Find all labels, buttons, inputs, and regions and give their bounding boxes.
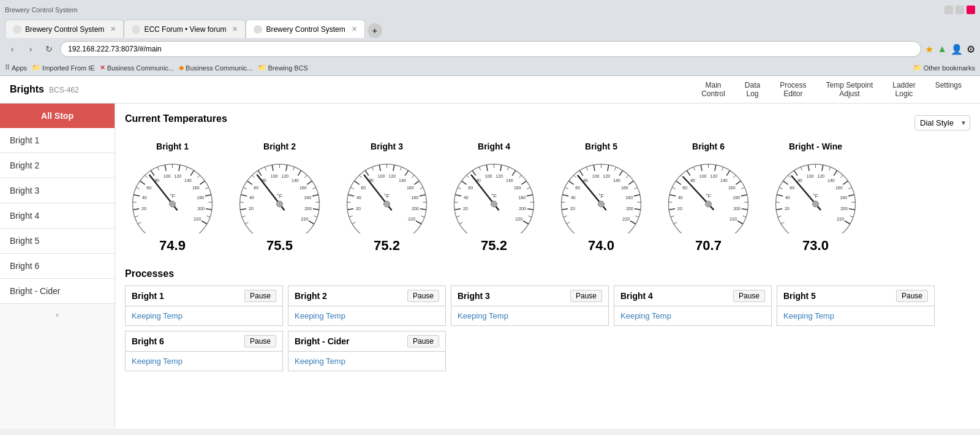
tab-2[interactable]: Brewery Control System ✕ xyxy=(246,20,364,38)
tab-close-0[interactable]: ✕ xyxy=(110,25,116,33)
sidebar-item-bright6[interactable]: Bright 6 xyxy=(0,254,115,279)
bookmark-biz2[interactable]: ◆ Business Communic... xyxy=(179,64,252,72)
process-card-name-5: Bright 6 xyxy=(132,336,164,346)
svg-text:60: 60 xyxy=(361,186,366,190)
process-card-name-1: Bright 2 xyxy=(295,291,327,301)
tab-close-2[interactable]: ✕ xyxy=(352,25,357,33)
svg-text:120: 120 xyxy=(818,174,825,178)
svg-text:220: 220 xyxy=(837,217,844,221)
sidebar-item-bright-cider[interactable]: Bright - Cider xyxy=(0,279,115,304)
svg-text:200: 200 xyxy=(519,206,526,211)
all-stop-button[interactable]: All Stop xyxy=(0,104,115,128)
sidebar-item-bright2[interactable]: Bright 2 xyxy=(0,153,115,178)
tab-label-0: Brewery Control System xyxy=(25,25,104,34)
tab-1[interactable]: ECC Forum • View forum ✕ xyxy=(124,20,246,38)
svg-text:60: 60 xyxy=(146,186,151,190)
process-pause-btn-2[interactable]: Pause xyxy=(570,290,602,302)
svg-text:°F: °F xyxy=(384,193,390,199)
nav-data-log[interactable]: Data Log xyxy=(736,77,769,102)
sidebar-item-bright1[interactable]: Bright 1 xyxy=(0,128,115,153)
svg-point-37 xyxy=(170,201,176,207)
tab-label-2: Brewery Control System xyxy=(266,25,345,34)
svg-text:180: 180 xyxy=(197,195,204,200)
gauges-row: Bright 1 20406080100120140160180200220 °… xyxy=(125,142,970,254)
dial-style-select[interactable]: Dial Style Bar Style Text Style xyxy=(914,115,970,130)
svg-text:220: 220 xyxy=(515,217,522,221)
svg-text:20: 20 xyxy=(570,206,575,211)
process-pause-btn-6[interactable]: Pause xyxy=(407,335,439,347)
gauge-value-0: 74.9 xyxy=(159,238,186,254)
nav-temp-setpoint[interactable]: Temp Setpoint Adjust xyxy=(818,77,882,102)
sidebar: All Stop Bright 1 Bright 2 Bright 3 Brig… xyxy=(0,104,115,429)
process-card-header-2: Bright 3 Pause xyxy=(451,286,608,306)
nav-process-editor[interactable]: Process Editor xyxy=(771,77,815,102)
process-card-name-6: Bright - Cider xyxy=(295,336,349,346)
bookmark-apps[interactable]: ⠿ Apps xyxy=(5,64,27,72)
bookmarks-bar: ⠿ Apps 📁 Imported From IE ✕ Business Com… xyxy=(0,60,980,76)
svg-text:160: 160 xyxy=(407,186,414,190)
url-input[interactable] xyxy=(60,41,921,57)
process-pause-btn-0[interactable]: Pause xyxy=(244,290,276,302)
gauge-label-5: Bright 6 xyxy=(692,142,725,151)
back-button[interactable]: ‹ xyxy=(5,42,20,56)
main-content: Current Temperatures Dial Style Bar Styl… xyxy=(115,104,980,429)
svg-text:160: 160 xyxy=(835,186,843,190)
gauge-value-1: 75.5 xyxy=(266,238,293,254)
svg-text:180: 180 xyxy=(411,195,418,200)
process-pause-btn-4[interactable]: Pause xyxy=(896,290,928,302)
gauge-svg-6: 20406080100120140160180200220 °F xyxy=(768,154,863,235)
new-tab-button[interactable]: + xyxy=(368,23,382,38)
processes-section: Processes Bright 1 Pause Keeping Temp Br… xyxy=(125,268,970,371)
sidebar-item-bright3[interactable]: Bright 3 xyxy=(0,178,115,203)
svg-point-75 xyxy=(277,201,283,207)
maximize-icon[interactable] xyxy=(956,6,964,14)
gauge-item-4: Bright 5 20406080100120140160180200220 °… xyxy=(554,142,649,254)
app-subtitle: BCS-462 xyxy=(49,86,79,94)
svg-text:120: 120 xyxy=(175,174,182,178)
svg-text:160: 160 xyxy=(192,186,200,190)
process-pause-btn-5[interactable]: Pause xyxy=(244,335,276,347)
process-pause-btn-3[interactable]: Pause xyxy=(733,290,765,302)
nav-main-control[interactable]: Main Control xyxy=(693,77,734,102)
process-card-5: Bright 6 Pause Keeping Temp xyxy=(125,331,283,371)
svg-text:40: 40 xyxy=(249,195,254,200)
process-card-body-4: Keeping Temp xyxy=(777,306,934,325)
refresh-button[interactable]: ↻ xyxy=(42,42,56,56)
svg-text:100: 100 xyxy=(271,174,278,178)
bookmark-brewing[interactable]: 📁 Brewing BCS xyxy=(258,64,308,72)
forward-button[interactable]: › xyxy=(23,42,38,56)
tab-close-1[interactable]: ✕ xyxy=(232,25,238,33)
tab-favicon-2 xyxy=(254,25,262,34)
gauge-label-6: Bright - Wine xyxy=(789,142,842,151)
minimize-icon[interactable] xyxy=(944,6,953,14)
star-icon[interactable]: ★ xyxy=(925,44,933,55)
sidebar-item-bright4[interactable]: Bright 4 xyxy=(0,203,115,229)
window-title: Brewery Control System xyxy=(5,6,78,13)
bookmark-biz1[interactable]: ✕ Business Communic... xyxy=(100,64,174,72)
gauge-value-6: 73.0 xyxy=(802,238,829,254)
sidebar-item-bright5[interactable]: Bright 5 xyxy=(0,229,115,254)
bookmark-imported[interactable]: 📁 Imported From IE xyxy=(32,64,95,72)
settings-icon: ⚙ xyxy=(967,44,975,55)
profile-icon: 👤 xyxy=(951,44,963,55)
nav-ladder-logic[interactable]: Ladder Logic xyxy=(884,77,924,102)
svg-text:40: 40 xyxy=(571,195,576,200)
bookmark-other[interactable]: 📁 Other bookmarks xyxy=(913,64,975,72)
svg-text:°F: °F xyxy=(491,193,497,199)
svg-text:180: 180 xyxy=(733,195,740,200)
svg-text:60: 60 xyxy=(682,186,687,190)
sidebar-collapse-button[interactable]: ‹ xyxy=(0,304,115,325)
gauge-item-6: Bright - Wine 20406080100120140160180200… xyxy=(768,142,863,254)
nav-settings[interactable]: Settings xyxy=(927,77,970,102)
close-icon[interactable] xyxy=(967,6,975,14)
process-card-body-6: Keeping Temp xyxy=(288,352,445,371)
processes-title: Processes xyxy=(125,268,970,279)
address-bar: ‹ › ↻ ★ ▲ 👤 ⚙ xyxy=(0,38,980,60)
process-pause-btn-1[interactable]: Pause xyxy=(407,290,439,302)
tab-0[interactable]: Brewery Control System ✕ xyxy=(5,20,124,38)
svg-text:140: 140 xyxy=(613,178,620,183)
svg-text:60: 60 xyxy=(468,186,473,190)
gauge-svg-0: 20406080100120140160180200220 °F xyxy=(125,154,220,235)
svg-text:20: 20 xyxy=(141,206,146,211)
svg-text:120: 120 xyxy=(603,174,611,178)
